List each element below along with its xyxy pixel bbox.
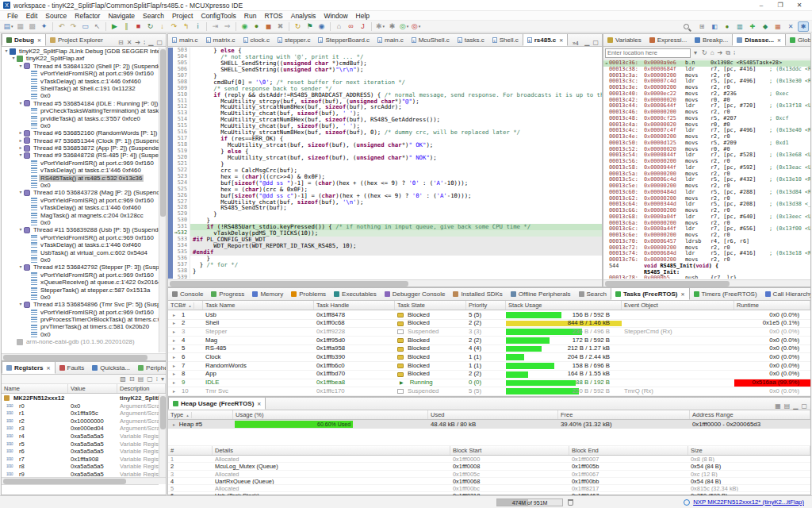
editor-tab-matrix.c[interactable]: cmatrix.c bbox=[202, 34, 239, 46]
expander-icon[interactable]: ▾ bbox=[3, 48, 10, 55]
menu-refactor[interactable]: Refactor bbox=[71, 12, 104, 20]
expander-icon[interactable]: ▸ bbox=[17, 144, 24, 152]
row-expander-icon[interactable]: ▸ bbox=[170, 362, 178, 370]
view-menu-icon[interactable]: ⁞ bbox=[144, 39, 145, 46]
menu-search[interactable]: Search bbox=[139, 12, 168, 20]
close-icon[interactable]: ✕ bbox=[46, 365, 50, 371]
restart-icon[interactable]: ↻ bbox=[145, 21, 155, 32]
expander-icon[interactable]: ▾ bbox=[17, 152, 24, 159]
step-over-icon[interactable]: ↷ bbox=[169, 21, 179, 32]
heap-column-used[interactable]: Used bbox=[428, 410, 558, 419]
run-config-icon[interactable]: ◎▾ bbox=[399, 21, 409, 32]
save-registers-icon[interactable]: ▤ bbox=[138, 375, 144, 383]
freertos-view-icon[interactable]: ▦ bbox=[775, 402, 781, 410]
preferences-icon[interactable]: ✱▾ bbox=[375, 21, 385, 32]
heap-status-gauge[interactable]: 474M of 951M bbox=[496, 498, 563, 506]
redo-icon[interactable]: ↷ bbox=[68, 21, 79, 32]
debug-tree-item[interactable]: prvProcessTimerOrBlockTask() at timers.c… bbox=[2, 316, 159, 323]
tab-expressi-[interactable]: Expressi... bbox=[645, 34, 691, 46]
debug-tree-item[interactable]: ▾Thread #11 536839288 (Usb [P: 5]) (Susp… bbox=[2, 226, 159, 233]
heap-blocks-column-headers[interactable]: #DetailsBlock StartBlock EndSize bbox=[168, 446, 810, 456]
view-menu-icon[interactable]: ▾ bbox=[161, 375, 164, 383]
editor-body[interactable]: 503 } else {504 /* not starting with '@'… bbox=[168, 48, 602, 279]
debug-icon[interactable]: ● bbox=[251, 21, 262, 32]
terminate-all-icon[interactable]: ✖ bbox=[275, 21, 285, 32]
undo-icon[interactable]: ↶ bbox=[56, 21, 67, 32]
task-row[interactable]: ▸1Usb0x1fff8478Blocked5 (5)156 B / 592 B… bbox=[168, 311, 810, 320]
debug-perspective-icon[interactable]: ✱ bbox=[798, 21, 809, 32]
expander-icon[interactable]: ▾ bbox=[10, 55, 17, 62]
debug-tree-hscrollbar[interactable] bbox=[2, 353, 166, 360]
tasks-column-tcb-[interactable]: TCB#▴ bbox=[168, 301, 203, 310]
task-row[interactable]: ▸9IDLE0x1fffbea8▶Running0 (0)88 B / 192 … bbox=[168, 379, 810, 388]
heap-block-row[interactable]: 1Allocated0x1fff00000x1fff00070x8 (8 B) bbox=[168, 456, 810, 463]
debug-tree[interactable]: ▾tinyK22_SplitFlap JLink Debug [GDB SEGG… bbox=[2, 48, 159, 352]
heap-block-row[interactable]: 4UartRxQueue (Queue)0x1fff00680x1fff00bb… bbox=[168, 478, 810, 485]
heap-column-address-range[interactable]: Address Range bbox=[690, 410, 810, 419]
tab-console[interactable]: Console bbox=[168, 288, 207, 300]
editor-tab-clock.c[interactable]: cclock.c bbox=[239, 34, 274, 46]
tab-memory[interactable]: Memory bbox=[248, 288, 287, 300]
step-into-icon[interactable]: ↓ bbox=[157, 21, 167, 32]
registers-hscrollbar[interactable] bbox=[2, 477, 166, 484]
task-row[interactable]: ▸6Clock0x1fffb390Blocked1 (1)204 B / 2.4… bbox=[168, 353, 810, 362]
debug-tree-item[interactable]: ShellTask() at Shell.c:191 0x11232 bbox=[2, 85, 159, 92]
tasks-column-priority[interactable]: Priority bbox=[466, 301, 506, 310]
editor-hscrollbar[interactable] bbox=[168, 279, 602, 287]
debug-tree-item[interactable]: ▾Thread #10 536843728 (Mag [P: 2]) (Susp… bbox=[2, 189, 159, 196]
instruction-stepping-icon[interactable]: i bbox=[193, 21, 203, 32]
task-row[interactable]: ▸3Stepper0x1fff9228Suspended3 (3)236 B /… bbox=[168, 328, 810, 337]
step-return-icon[interactable]: ↰ bbox=[181, 21, 191, 32]
peripherals-perspective-icon[interactable]: ▥ bbox=[734, 21, 745, 32]
tab-progress[interactable]: Progress bbox=[207, 288, 248, 300]
row-expander-icon[interactable]: ▸ bbox=[170, 345, 178, 353]
register-row[interactable]: 1010r30xe000ed04Argument/Scratch bbox=[2, 425, 159, 433]
heap-column-headers[interactable]: Type▴Usage (%)UsedFreeAddress Range bbox=[168, 410, 810, 420]
remove-terminated-icon[interactable]: ✕ bbox=[127, 39, 132, 46]
register-row[interactable]: 1010r20x10000000Argument/Scratch bbox=[2, 418, 159, 425]
expander-icon[interactable]: ▾ bbox=[17, 63, 24, 70]
tab-peripher-[interactable]: Peripher... bbox=[134, 362, 166, 374]
registers-column-name[interactable]: Name bbox=[2, 384, 68, 393]
register-row[interactable]: MK22FN512xxx12tinyK22_SplitFlap. bbox=[2, 394, 159, 402]
editor-tab-main.c[interactable]: cmain.c bbox=[168, 34, 202, 46]
tab-breakp-[interactable]: Breakp... bbox=[691, 34, 732, 46]
editor-tab-StepperBoard.c[interactable]: cStepperBoard.c bbox=[314, 34, 373, 46]
debug-tree-item[interactable]: vPortYieldFromISR() at port.c:969 0xf160 bbox=[2, 197, 159, 204]
debug-tree-item[interactable]: vTaskDelay() at tasks.c:1'446 0xf460 bbox=[2, 241, 159, 248]
close-icon[interactable]: ✕ bbox=[777, 37, 781, 43]
debug-tree-item[interactable]: vPortYieldFromISR() at port.c:969 0xf160 bbox=[2, 160, 159, 167]
debug-tree-item[interactable]: 0x0 bbox=[2, 122, 159, 129]
minimize-icon[interactable]: ▁ bbox=[793, 402, 798, 410]
debug-tree-item[interactable]: ▾Thread #4 536841320 (Shell [P: 2]) (Sus… bbox=[2, 63, 159, 70]
home-icon[interactable]: ⌂ bbox=[334, 21, 344, 32]
menu-analysis[interactable]: Analysis bbox=[287, 12, 320, 20]
tab-registers[interactable]: Registers✕ bbox=[2, 362, 56, 374]
debug-tree-item[interactable]: 0x0 bbox=[2, 294, 159, 301]
debug-tree-item[interactable]: prvCheckTasksWaitingTermination() at tas… bbox=[2, 107, 159, 114]
expander-icon[interactable]: ▾ bbox=[17, 301, 24, 308]
register-row[interactable]: 1010r40xa5a5a5a5Variable Register 1 bbox=[2, 433, 159, 441]
new-group-icon[interactable]: ▢ bbox=[147, 375, 153, 383]
tab-search[interactable]: Search bbox=[575, 288, 611, 300]
code-area[interactable]: 503 } else {504 /* not starting with '@'… bbox=[173, 48, 602, 279]
tab-disasse-[interactable]: Disasse...✕ bbox=[732, 34, 786, 46]
save-all-icon[interactable]: ▩ bbox=[27, 21, 37, 32]
row-expander-icon[interactable]: ▸ bbox=[170, 387, 178, 395]
registers-column-description[interactable]: Description bbox=[117, 384, 166, 393]
expander-icon[interactable]: ▾ bbox=[17, 226, 24, 233]
task-row[interactable]: ▸5RS-4850x1fffa958Blocked4 (4)212 B / 1.… bbox=[168, 345, 810, 354]
debug-tree-item[interactable]: prvIdleTask() at tasks.c:3'557 0xfce0 bbox=[2, 115, 159, 122]
minimize-icon[interactable]: ▁ bbox=[584, 39, 589, 46]
terminate-icon[interactable]: ■ bbox=[133, 21, 144, 32]
config-perspective-icon[interactable]: ▦ bbox=[772, 21, 783, 32]
menu-help[interactable]: Help bbox=[352, 12, 373, 20]
maximize-icon[interactable]: ▢ bbox=[156, 39, 163, 46]
tasks-column-runtime[interactable]: Runtime bbox=[734, 301, 810, 310]
debug-tree-item[interactable]: vPortYieldFromISR() at port.c:969 0xf160 bbox=[2, 271, 159, 279]
debug-tree-item[interactable]: 0x0 bbox=[2, 331, 159, 338]
maximize-icon[interactable]: ▢ bbox=[592, 39, 599, 46]
debug-tree-item[interactable]: ▸Thread #8 536853872 (App [P: 2]) (Suspe… bbox=[2, 144, 159, 152]
register-row[interactable]: 1010r80xa5a5a5a5Variable Register 5 bbox=[2, 463, 159, 471]
row-expander-icon[interactable]: ▸ bbox=[170, 371, 178, 379]
